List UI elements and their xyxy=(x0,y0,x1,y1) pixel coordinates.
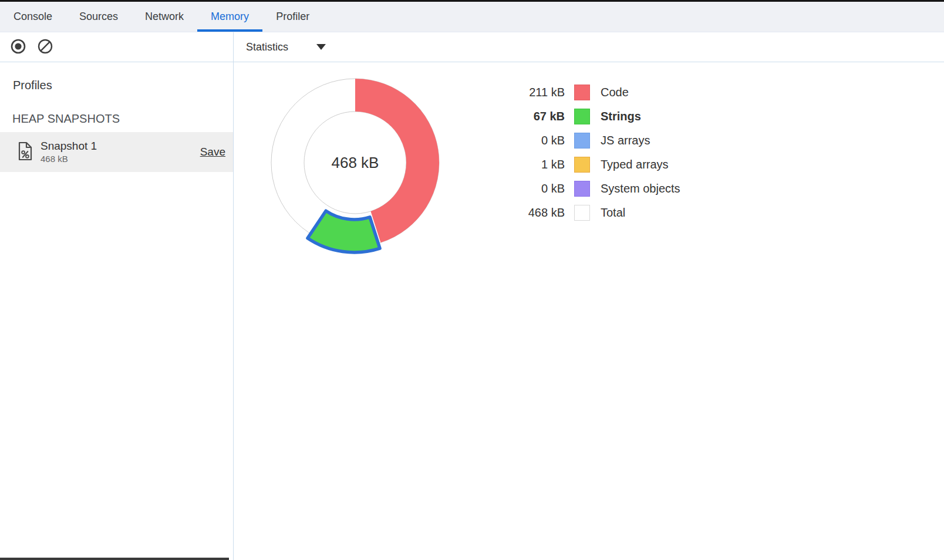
legend-swatch xyxy=(574,109,590,124)
legend-label: Typed arrays xyxy=(601,158,669,171)
profiles-toolbar xyxy=(0,32,234,62)
chevron-down-icon xyxy=(316,44,326,50)
perspective-dropdown[interactable]: Statistics xyxy=(246,41,326,53)
tab-console[interactable]: Console xyxy=(0,2,66,32)
legend-value: 0 kB xyxy=(496,182,565,195)
legend-row-total[interactable]: 468 kB Total xyxy=(496,201,680,225)
tab-memory-label: Memory xyxy=(211,11,249,23)
profiles-sidebar: Profiles HEAP SNAPSHOTS Snapshot 1 468 k… xyxy=(0,62,234,560)
tab-memory[interactable]: Memory xyxy=(197,2,262,32)
legend-swatch xyxy=(574,181,590,197)
memory-toolbar: Statistics xyxy=(0,32,944,62)
legend-label: JS arrays xyxy=(601,134,650,147)
statistics-panel: 468 kB 211 kB Code 67 kB Strings 0 kB JS… xyxy=(234,62,944,560)
legend-value: 468 kB xyxy=(496,206,565,220)
legend-swatch xyxy=(574,157,590,173)
tab-profiler-label: Profiler xyxy=(276,11,309,23)
legend-value: 1 kB xyxy=(496,158,565,171)
snapshot-size: 468 kB xyxy=(41,154,97,164)
perspective-dropdown-value: Statistics xyxy=(246,41,288,53)
legend-label: Total xyxy=(601,206,625,220)
tab-sources-label: Sources xyxy=(79,11,118,23)
heap-statistics-donut-chart: 468 kB xyxy=(262,70,448,255)
legend-row-code[interactable]: 211 kB Code xyxy=(496,80,680,104)
tab-sources[interactable]: Sources xyxy=(66,2,132,32)
legend-row-js-arrays[interactable]: 0 kB JS arrays xyxy=(496,129,680,153)
pie-slice-strings[interactable] xyxy=(308,211,380,252)
heap-snapshot-file-icon xyxy=(18,141,33,163)
heap-snapshots-section-heading: HEAP SNAPSHOTS xyxy=(12,112,120,126)
legend-value: 211 kB xyxy=(496,86,565,99)
snapshot-title: Snapshot 1 xyxy=(41,140,97,153)
legend-swatch xyxy=(574,205,590,221)
sidebar-bottom-edge xyxy=(0,558,229,560)
tab-console-label: Console xyxy=(14,11,52,23)
view-toolbar: Statistics xyxy=(234,32,944,62)
sidebar-item-snapshot-1[interactable]: Snapshot 1 468 kB Save xyxy=(0,132,233,172)
donut-outline-ring xyxy=(304,112,406,214)
chart-legend: 211 kB Code 67 kB Strings 0 kB JS arrays… xyxy=(496,80,680,225)
legend-label: Strings xyxy=(601,110,641,123)
legend-value: 0 kB xyxy=(496,134,565,147)
legend-row-typed-arrays[interactable]: 1 kB Typed arrays xyxy=(496,153,680,177)
save-snapshot-link[interactable]: Save xyxy=(200,146,225,158)
legend-swatch xyxy=(574,85,590,100)
tab-profiler[interactable]: Profiler xyxy=(262,2,323,32)
profiles-heading: Profiles xyxy=(13,79,52,92)
record-icon xyxy=(10,38,26,56)
legend-value: 67 kB xyxy=(496,110,565,123)
clear-profiles-button[interactable] xyxy=(37,39,53,55)
legend-label: System objects xyxy=(601,182,680,195)
legend-row-strings[interactable]: 67 kB Strings xyxy=(496,104,680,129)
tab-network[interactable]: Network xyxy=(132,2,197,32)
snapshot-text: Snapshot 1 468 kB xyxy=(41,140,97,164)
record-heap-snapshot-button[interactable] xyxy=(10,39,26,55)
legend-row-system-objects[interactable]: 0 kB System objects xyxy=(496,177,680,201)
devtools-tabbar: Console Sources Network Memory Profiler xyxy=(0,2,944,32)
tab-network-label: Network xyxy=(145,11,184,23)
legend-label: Code xyxy=(601,86,629,99)
clear-icon xyxy=(37,38,53,56)
legend-swatch xyxy=(574,133,590,149)
